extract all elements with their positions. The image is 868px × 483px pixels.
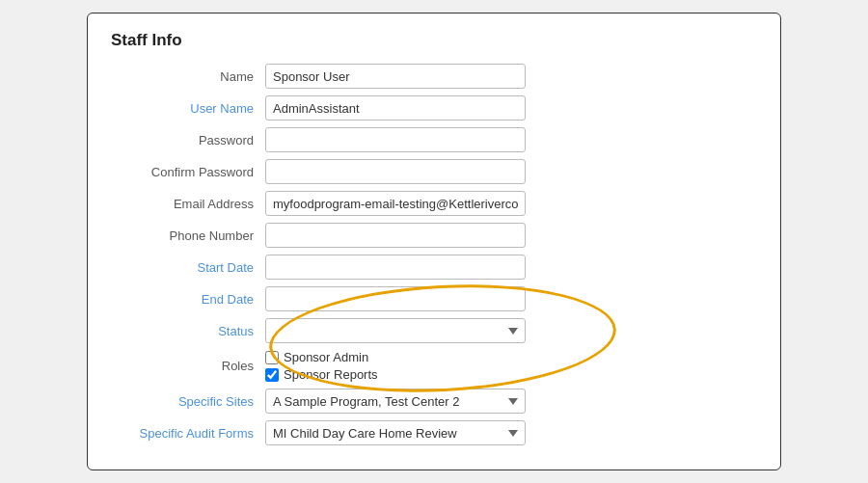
name-input[interactable]	[265, 64, 526, 89]
specific-sites-row: Specific Sites A Sample Program, Test Ce…	[111, 389, 757, 414]
specific-audit-select[interactable]: MI Child Day Care Home Review	[265, 420, 526, 445]
password-input[interactable]	[265, 127, 526, 152]
specific-audit-label: Specific Audit Forms	[111, 426, 265, 441]
email-row: Email Address	[111, 191, 757, 216]
status-select[interactable]	[265, 318, 526, 343]
name-label: Name	[111, 69, 265, 84]
roles-checkboxes: Sponsor Admin Sponsor Reports	[265, 350, 378, 382]
confirm-password-row: Confirm Password	[111, 159, 757, 184]
roles-row: Roles Sponsor Admin Sponsor Reports	[111, 350, 757, 382]
phone-input[interactable]	[265, 223, 526, 248]
username-input[interactable]	[265, 95, 526, 121]
sponsor-admin-label: Sponsor Admin	[284, 350, 368, 364]
status-label: Status	[111, 324, 265, 338]
username-label: User Name	[111, 101, 265, 116]
roles-label: Roles	[111, 359, 265, 373]
start-date-row: Start Date	[111, 255, 757, 280]
sponsor-reports-checkbox[interactable]	[265, 368, 279, 382]
end-date-label: End Date	[111, 292, 265, 307]
confirm-password-input[interactable]	[265, 159, 526, 184]
password-label: Password	[111, 133, 265, 148]
email-input[interactable]	[265, 191, 526, 216]
start-date-label: Start Date	[111, 260, 265, 275]
sponsor-reports-row: Sponsor Reports	[265, 367, 378, 382]
sponsor-admin-row: Sponsor Admin	[265, 350, 378, 364]
confirm-password-label: Confirm Password	[111, 165, 265, 179]
staff-info-card: Staff Info Name User Name Password Confi…	[87, 13, 781, 470]
sponsor-admin-checkbox[interactable]	[265, 351, 279, 364]
specific-sites-label: Specific Sites	[111, 394, 265, 409]
sponsor-reports-label: Sponsor Reports	[284, 367, 378, 382]
username-row: User Name	[111, 95, 757, 121]
start-date-input[interactable]	[265, 255, 526, 280]
phone-label: Phone Number	[111, 228, 265, 243]
card-title: Staff Info	[111, 31, 757, 50]
specific-sites-select[interactable]: A Sample Program, Test Center 2	[265, 389, 526, 414]
specific-audit-row: Specific Audit Forms MI Child Day Care H…	[111, 420, 757, 445]
status-row: Status	[111, 318, 757, 343]
email-label: Email Address	[111, 197, 265, 211]
phone-row: Phone Number	[111, 223, 757, 248]
password-row: Password	[111, 127, 757, 152]
end-date-row: End Date	[111, 286, 757, 311]
end-date-input[interactable]	[265, 286, 526, 311]
name-row: Name	[111, 64, 757, 89]
